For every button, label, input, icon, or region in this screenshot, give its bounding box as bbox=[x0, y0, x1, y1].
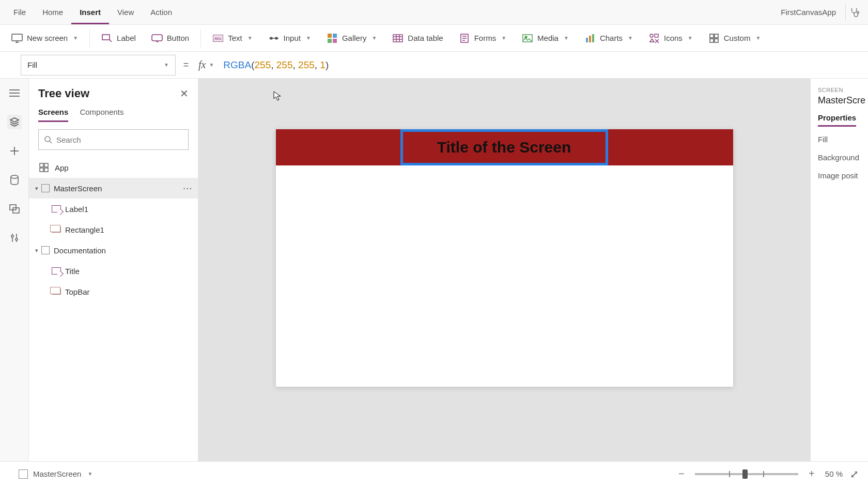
prop-fill[interactable]: Fill bbox=[818, 135, 868, 144]
charts-button[interactable]: Charts ▼ bbox=[578, 29, 639, 47]
svg-rect-27 bbox=[586, 38, 588, 42]
screen-icon bbox=[41, 184, 50, 192]
forms-btn-text: Forms bbox=[474, 34, 497, 42]
tools-icon[interactable] bbox=[7, 231, 22, 245]
label-icon bbox=[52, 267, 61, 275]
zoom-slider[interactable] bbox=[695, 473, 798, 475]
insert-ribbon: New screen ▼ Label Button Abc Text ▼ Inp… bbox=[0, 25, 868, 52]
label-icon bbox=[52, 205, 61, 212]
formula-input[interactable]: RGBA(255, 255, 255, 1) bbox=[216, 59, 868, 71]
media-icon bbox=[522, 33, 533, 44]
tree-search[interactable] bbox=[38, 129, 189, 150]
tree-node-rectangle1[interactable]: Rectangle1 bbox=[29, 219, 198, 240]
text-btn-text: Text bbox=[228, 34, 242, 42]
svg-rect-48 bbox=[40, 163, 43, 167]
zoom-out-button[interactable]: − bbox=[675, 468, 688, 480]
chevron-down-icon: ▼ bbox=[755, 35, 761, 41]
tree-view-title: Tree view bbox=[38, 87, 89, 100]
label-button[interactable]: Label bbox=[95, 29, 142, 47]
custom-button[interactable]: Custom ▼ bbox=[702, 29, 767, 47]
table-icon bbox=[392, 33, 404, 44]
rectangle-icon bbox=[52, 226, 61, 233]
collapse-icon[interactable]: ▾ bbox=[32, 185, 41, 192]
input-button[interactable]: Input ▼ bbox=[262, 29, 317, 47]
fx-icon[interactable]: fx▼ bbox=[196, 59, 216, 71]
svg-point-46 bbox=[45, 136, 50, 142]
menu-insert[interactable]: Insert bbox=[71, 1, 109, 24]
svg-point-10 bbox=[270, 37, 272, 39]
collapse-icon[interactable]: ▾ bbox=[32, 247, 41, 254]
zoom-in-button[interactable]: + bbox=[805, 468, 818, 480]
zoom-thumb[interactable] bbox=[742, 469, 748, 479]
canvas-title-label[interactable]: Title of the Screen bbox=[400, 129, 608, 165]
tree-node-label1[interactable]: Label1 bbox=[29, 199, 198, 219]
menu-action[interactable]: Action bbox=[142, 1, 180, 24]
chevron-down-icon: ▼ bbox=[688, 35, 693, 41]
tree-label: Rectangle1 bbox=[65, 225, 104, 234]
media-panel-icon[interactable] bbox=[7, 202, 22, 216]
add-icon[interactable] bbox=[7, 144, 22, 158]
chevron-down-icon[interactable]: ▼ bbox=[87, 471, 92, 477]
svg-rect-51 bbox=[44, 168, 48, 172]
prop-image-position[interactable]: Image posit bbox=[818, 171, 868, 180]
rp-name: MasterScre bbox=[818, 95, 868, 106]
text-button[interactable]: Abc Text ▼ bbox=[206, 29, 258, 47]
icons-button[interactable]: Icons ▼ bbox=[642, 29, 699, 47]
chevron-down-icon: ▼ bbox=[306, 35, 311, 41]
status-bar: MasterScreen ▼ − + 50 % ⤢ bbox=[0, 461, 868, 486]
formula-bar: Fill ▼ = fx▼ RGBA(255, 255, 255, 1) bbox=[0, 52, 868, 79]
cursor-icon bbox=[273, 91, 282, 101]
tree-label: App bbox=[55, 163, 69, 172]
chevron-down-icon: ▼ bbox=[628, 35, 633, 41]
tree-node-title[interactable]: Title bbox=[29, 261, 198, 281]
stethoscope-icon[interactable] bbox=[845, 4, 863, 21]
data-icon[interactable] bbox=[7, 173, 22, 187]
custom-btn-text: Custom bbox=[724, 34, 751, 42]
tree-node-topbar[interactable]: TopBar bbox=[29, 281, 198, 302]
property-selector[interactable]: Fill ▼ bbox=[21, 55, 176, 75]
gallery-button[interactable]: Gallery ▼ bbox=[320, 29, 383, 47]
canvas-area[interactable]: Title of the Screen bbox=[198, 79, 810, 461]
new-screen-button[interactable]: New screen ▼ bbox=[5, 29, 84, 47]
menu-file[interactable]: File bbox=[5, 1, 34, 24]
tree-node-documentation[interactable]: ▾ Documentation bbox=[29, 240, 198, 261]
search-input[interactable] bbox=[56, 135, 183, 144]
canvas-screen[interactable]: Title of the Screen bbox=[276, 129, 733, 387]
svg-rect-32 bbox=[710, 34, 714, 38]
hamburger-icon[interactable] bbox=[7, 86, 22, 100]
tree-node-masterscreen[interactable]: ▾ MasterScreen ··· bbox=[29, 178, 198, 199]
svg-rect-49 bbox=[44, 163, 48, 167]
tree-label: MasterScreen bbox=[54, 184, 102, 193]
svg-rect-1 bbox=[12, 34, 22, 41]
menu-home[interactable]: Home bbox=[34, 1, 71, 24]
label-btn-text: Label bbox=[117, 34, 136, 42]
chevron-down-icon: ▼ bbox=[501, 35, 506, 41]
svg-point-11 bbox=[275, 37, 277, 39]
menu-view[interactable]: View bbox=[109, 1, 142, 24]
expand-icon[interactable]: ⤢ bbox=[850, 468, 859, 480]
chevron-down-icon: ▼ bbox=[164, 62, 169, 68]
text-icon: Abc bbox=[212, 33, 224, 44]
tab-screens[interactable]: Screens bbox=[38, 108, 68, 122]
chevron-down-icon: ▼ bbox=[371, 35, 377, 41]
tab-properties[interactable]: Properties bbox=[818, 113, 856, 127]
svg-rect-13 bbox=[333, 34, 337, 38]
prop-background[interactable]: Background bbox=[818, 153, 868, 162]
button-button[interactable]: Button bbox=[145, 29, 195, 47]
more-icon[interactable]: ··· bbox=[183, 184, 193, 193]
tree-label: Title bbox=[65, 267, 80, 276]
properties-pane: SCREEN MasterScre Properties Fill Backgr… bbox=[810, 79, 868, 461]
svg-rect-5 bbox=[152, 35, 162, 41]
new-screen-label: New screen bbox=[27, 34, 68, 42]
left-rail bbox=[0, 79, 29, 461]
svg-rect-35 bbox=[715, 39, 718, 42]
forms-button[interactable]: Forms ▼ bbox=[453, 29, 513, 47]
status-screen-name[interactable]: MasterScreen bbox=[33, 469, 81, 478]
media-button[interactable]: Media ▼ bbox=[516, 29, 575, 47]
svg-rect-4 bbox=[102, 35, 110, 40]
tab-components[interactable]: Components bbox=[80, 108, 123, 122]
tree-view-icon[interactable] bbox=[7, 115, 22, 129]
tree-node-app[interactable]: App bbox=[29, 157, 198, 178]
data-table-button[interactable]: Data table bbox=[386, 29, 449, 47]
close-icon[interactable]: ✕ bbox=[180, 87, 189, 100]
